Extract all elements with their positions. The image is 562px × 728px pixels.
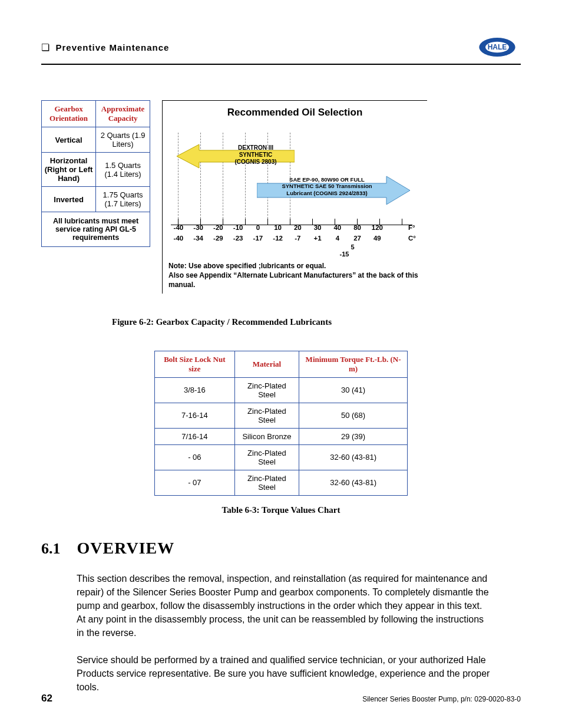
marker-5f: 5 (351, 243, 354, 251)
marker-neg15c: -15 (267, 251, 421, 258)
page-header: ❏ Preventive Maintenance HALE (41, 35, 521, 65)
gear-note: All lubricants must meet service rating … (42, 212, 150, 247)
c-tick: -40 (168, 234, 189, 242)
section-heading: 6.1 OVERVIEW (41, 539, 521, 558)
torque-cell: 50 (68) (299, 403, 408, 428)
torque-cell: 7-16-14 (155, 403, 235, 428)
torque-cell: 32-60 (43-81) (299, 444, 408, 470)
table-row: All lubricants must meet service rating … (42, 212, 150, 247)
gear-cell: Horizontal (Right or Left Hand) (42, 153, 96, 187)
section-title: OVERVIEW (77, 539, 175, 558)
header-bullet-icon: ❏ (41, 42, 49, 52)
footer-docinfo: Silencer Series Booster Pump, p/n: 029-0… (362, 695, 521, 703)
c-scale-row: -40 -34 -29 -23 -17 -12 -7 +1 4 27 49 C° (168, 234, 421, 242)
c-tick: -17 (248, 234, 268, 242)
gearbox-capacity-table: Gearbox Orientation Approximate Capacity… (41, 100, 150, 247)
yellow-arrow-label: DEXTRON III SYNTHETIC (COGNIS 2803) (229, 144, 282, 166)
table-row: - 07 Zinc-Plated Steel 32-60 (43-81) (155, 470, 408, 495)
page-number: 62 (41, 693, 52, 704)
table-row: - 06 Zinc-Plated Steel 32-60 (43-81) (155, 444, 408, 470)
gear-orient: Horizontal (Right or Left Hand) (45, 156, 93, 183)
table-row: 7-16-14 Zinc-Plated Steel 50 (68) (155, 403, 408, 428)
torque-values-table: Bolt Size Lock Nut size Material Minimum… (154, 351, 408, 496)
header-title-wrap: ❏ Preventive Maintenance (41, 42, 169, 53)
gear-th-capacity: Approximate Capacity (96, 101, 150, 127)
chart-note: Note: Use above specified ;lubricants or… (168, 261, 421, 290)
sub-markers: 5 -15 (168, 243, 421, 258)
c-tick: 4 (328, 234, 348, 242)
gear-cell: 1.5 Quarts (1.4 Liters) (96, 153, 150, 187)
top-row: Gearbox Orientation Approximate Capacity… (41, 100, 521, 294)
chart-tickmarks (168, 219, 416, 227)
c-tick: -12 (268, 234, 288, 242)
section-number: 6.1 (41, 540, 61, 558)
torque-cell: - 06 (155, 444, 235, 470)
table-row: Inverted 1.75 Quarts (1.7 Liters) (42, 187, 150, 212)
torque-th-material: Material (234, 351, 299, 377)
c-tick: -23 (228, 234, 248, 242)
c-unit: C° (407, 234, 421, 242)
c-tick: 27 (348, 234, 368, 242)
blue-arrow-label: SAE EP-90, 80W90 OR FULL SYNTHETIC SAE 5… (274, 176, 380, 196)
gear-cell: Vertical (42, 127, 96, 153)
gear-cell: Inverted (42, 187, 96, 212)
gear-cell: 1.75 Quarts (1.7 Liters) (96, 187, 150, 212)
torque-cell: 3/8-16 (155, 377, 235, 403)
page-footer: 62 Silencer Series Booster Pump, p/n: 02… (41, 693, 521, 704)
torque-th-value: Minimum Torque Ft.-Lb. (N-m) (299, 351, 408, 377)
c-tick: -34 (189, 234, 209, 242)
torque-cell: Zinc-Plated Steel (234, 444, 299, 470)
torque-cell: 30 (41) (299, 377, 408, 403)
torque-th-size: Bolt Size Lock Nut size (155, 351, 235, 377)
gear-th-orientation: Gearbox Orientation (42, 101, 96, 127)
torque-cell: Silicon Bronze (234, 428, 299, 444)
torque-cell: 32-60 (43-81) (299, 470, 408, 495)
torque-cell: - 07 (155, 470, 235, 495)
gear-cell: 2 Quarts (1.9 Liters) (96, 127, 150, 153)
chart-title: Recommended Oil Selection (168, 107, 421, 118)
table-row: Vertical 2 Quarts (1.9 Liters) (42, 127, 150, 153)
torque-cell: 29 (39) (299, 428, 408, 444)
table-row: 3/8-16 Zinc-Plated Steel 30 (41) (155, 377, 408, 403)
oil-selection-chart: Recommended Oil Selection DEXTRON III SY… (162, 100, 427, 294)
torque-cell: Zinc-Plated Steel (234, 403, 299, 428)
torque-cell: Zinc-Plated Steel (234, 470, 299, 495)
chart-body: DEXTRON III SYNTHETIC (COGNIS 2803) SAE … (168, 127, 421, 221)
c-tick: +1 (308, 234, 328, 242)
table-row: Horizontal (Right or Left Hand) 1.5 Quar… (42, 153, 150, 187)
svg-text:HALE: HALE (488, 43, 507, 51)
torque-table-caption: Table 6-3: Torque Values Chart (41, 505, 521, 515)
chart-note-line: Also see Appendix “Alternate Lubricant M… (168, 271, 421, 289)
c-tick: -7 (288, 234, 308, 242)
chart-note-line: Note: Use above specified ;lubricants or… (168, 261, 421, 271)
torque-cell: Zinc-Plated Steel (234, 377, 299, 403)
c-tick: 49 (368, 234, 388, 242)
table-row: 7/16-14 Silicon Bronze 29 (39) (155, 428, 408, 444)
torque-cell: 7/16-14 (155, 428, 235, 444)
figure-caption: Figure 6-2: Gearbox Capacity / Recommend… (112, 317, 521, 327)
c-tick: -29 (209, 234, 229, 242)
body-paragraph: This section describes the removal, insp… (77, 572, 491, 640)
header-title: Preventive Maintenance (55, 42, 169, 52)
hale-logo-icon: HALE (474, 35, 521, 59)
body-paragraph: Service should be performed by a trained… (77, 653, 491, 694)
